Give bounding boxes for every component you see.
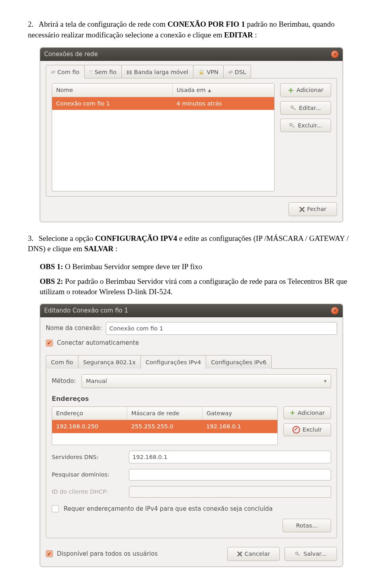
dns-value: 192.168.0.1 (133, 454, 168, 460)
step-num: 2. (28, 20, 33, 28)
tab-wireless[interactable]: ⌔ Sem fio (84, 65, 122, 78)
keys-icon (295, 551, 301, 557)
add-button[interactable]: Adicionar (280, 83, 331, 97)
auto-connect-row[interactable]: ✔ Conectar automaticamente (40, 339, 343, 347)
tab-panel: Nome Usada em ▲ Conexão com fio 1 4 minu… (46, 78, 337, 197)
step-tail2: : (115, 244, 117, 253)
addr-buttons: Adicionar Excluir (283, 406, 331, 445)
auto-connect-label: Conectar automaticamente (57, 339, 139, 347)
step-bold1: CONFIGURAÇÃO IPV4 (95, 234, 177, 242)
obs2: OBS 2: Por padrão o Berimbau Servidor vi… (40, 276, 354, 297)
addr-add-button[interactable]: Adicionar (283, 406, 331, 419)
step-tail: : (255, 31, 257, 39)
obs1-text: O Berimbau Servidor sempre deve ter IP f… (65, 262, 202, 271)
tab-wired2[interactable]: Com fio (46, 355, 78, 369)
search-domains-label: Pesquisar domínios: (52, 471, 123, 479)
tab-ipv4[interactable]: Configurações IPv4 (140, 355, 206, 369)
col-used[interactable]: Usada em ▲ (173, 84, 274, 96)
tab-wired[interactable]: ⇄ Com fio (46, 65, 85, 78)
cancel-button[interactable]: Cancelar (227, 547, 280, 561)
tab-label: DSL (235, 68, 246, 76)
ipv4-panel: Método: Manual ▾ Endereços Endereço Másc… (46, 368, 337, 538)
col-name[interactable]: Nome (52, 84, 173, 96)
dns-input[interactable]: 192.168.0.1 (129, 451, 331, 463)
btn-label: Editar... (299, 104, 321, 112)
network-connections-window: Conexões de rede ✕ ⇄ Com fio ⌔ Sem fio ▮… (40, 47, 343, 222)
btn-label: Salvar... (303, 550, 326, 558)
dhcp-row: ID do cliente DHCP: (52, 486, 331, 498)
tab-dsl[interactable]: ⇄ DSL (223, 65, 251, 78)
save-button[interactable]: Salvar... (285, 547, 337, 561)
tab-label: VPN (207, 68, 218, 76)
checkbox-checked-icon[interactable]: ✔ (46, 550, 53, 557)
checkbox-checked-icon[interactable]: ✔ (46, 340, 53, 347)
step-3-text: 3. Selecione a opção CONFIGURAÇÃO IPV4 e… (28, 233, 354, 254)
x-icon (299, 207, 305, 212)
routes-button[interactable]: Rotas... (283, 519, 331, 532)
address-section-header: Endereços (52, 395, 331, 403)
btn-label: Rotas... (296, 522, 318, 529)
dhcp-input (129, 486, 331, 498)
window-title: Editando Conexão com fio 1 (44, 307, 128, 315)
close-icon[interactable]: ✕ (331, 51, 339, 58)
require-ipv4-label: Requer endereçamento de IPv4 para que es… (64, 505, 273, 513)
edit-connection-window: Editando Conexão com fio 1 ✕ Nome da con… (40, 304, 343, 567)
tab-mobile[interactable]: ▮▮ Banda larga móvel (121, 65, 194, 78)
btn-label: Adicionar (298, 409, 325, 417)
lock-icon: 🔒 (198, 68, 205, 76)
conn-name-label: Nome da conexão: (46, 324, 102, 332)
tab-strip: ⇄ Com fio ⌔ Sem fio ▮▮ Banda larga móvel… (40, 61, 343, 78)
step-bold1: CONEXÃO POR FIO 1 (168, 20, 245, 28)
col-gateway[interactable]: Gateway (203, 407, 277, 420)
tab-label: Sem fio (95, 68, 117, 76)
side-buttons: Adicionar Editar... Excluir... (280, 83, 331, 191)
bottom-bar: ✔ Disponível para todos os usuários Canc… (40, 542, 343, 566)
address-table[interactable]: Endereço Máscara de rede Gateway 192.168… (52, 406, 278, 445)
x-icon (237, 551, 242, 557)
conn-name-input[interactable]: Conexão com fio 1 (106, 322, 337, 335)
tab-label: Segurança 802.1x (83, 358, 136, 366)
plug-icon: ⇄ (51, 68, 55, 76)
tab-label: Configurações IPv4 (146, 358, 201, 366)
dhcp-label: ID do cliente DHCP: (52, 488, 123, 496)
close-icon[interactable]: ✕ (331, 307, 339, 315)
edit-button[interactable]: Editar... (280, 101, 331, 115)
signal-icon: ▮▮ (127, 68, 132, 76)
tab-vpn[interactable]: 🔒 VPN (193, 65, 224, 78)
col-endereco[interactable]: Endereço (52, 407, 127, 420)
address-wrap: Endereço Máscara de rede Gateway 192.168… (52, 406, 331, 445)
connections-list[interactable]: Nome Usada em ▲ Conexão com fio 1 4 minu… (52, 83, 275, 191)
btn-label: Fechar (307, 205, 326, 213)
require-ipv4-row[interactable]: Requer endereçamento de IPv4 para que es… (52, 505, 331, 513)
close-button[interactable]: Fechar (288, 202, 337, 216)
dns-row: Servidores DNS: 192.168.0.1 (52, 451, 331, 463)
method-select[interactable]: Manual ▾ (82, 374, 331, 388)
step-num: 3. (28, 234, 33, 242)
title-bar: Editando Conexão com fio 1 ✕ (40, 304, 343, 317)
tab-8021x[interactable]: Segurança 802.1x (78, 355, 141, 369)
addr-row-selected[interactable]: 192.168.0.250 255.255.255.0 192.168.0.1 (52, 420, 277, 433)
search-domains-input[interactable] (129, 469, 331, 481)
plus-icon (288, 87, 294, 94)
delete-button[interactable]: Excluir... (280, 119, 331, 132)
avail-all-label: Disponível para todos os usuários (57, 550, 158, 558)
plus-icon (290, 410, 295, 416)
addr-row-empty[interactable] (52, 433, 277, 445)
obs2-label: OBS 2: (40, 277, 63, 285)
checkbox-unchecked-icon[interactable] (52, 505, 59, 512)
tab-label: Com fio (57, 68, 80, 76)
btn-label: Adicionar (296, 86, 324, 94)
addr-delete-button[interactable]: Excluir (283, 423, 331, 436)
title-bar: Conexões de rede ✕ (40, 48, 343, 61)
list-row-selected[interactable]: Conexão com fio 1 4 minutos atrás (52, 97, 274, 110)
tab-ipv6[interactable]: Configurações IPv6 (206, 355, 271, 369)
col-mascara[interactable]: Máscara de rede (127, 407, 203, 420)
footer: Fechar (40, 202, 343, 221)
col-used-label: Usada em (177, 86, 206, 94)
cell-mask: 255.255.255.0 (127, 420, 203, 433)
step-lead: Selecione a opção (39, 234, 95, 242)
step-bold2: SALVAR (84, 244, 113, 253)
search-domains-row: Pesquisar domínios: (52, 469, 331, 481)
row-used: 4 minutos atrás (173, 97, 274, 110)
avail-all-row[interactable]: ✔ Disponível para todos os usuários (46, 550, 158, 558)
